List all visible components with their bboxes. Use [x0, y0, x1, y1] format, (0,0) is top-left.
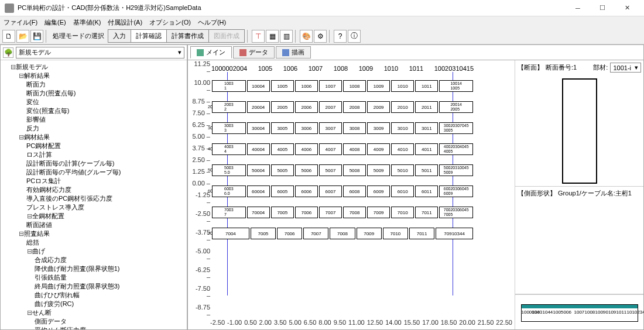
tree-item[interactable]: 断面力(照査点毎) — [26, 89, 186, 98]
y-axis: 11.25 –10.00 –8.75 –7.50 –6.25 –5.00 –3.… — [190, 60, 210, 318]
app-icon — [5, 4, 14, 13]
tool-gear-icon[interactable]: ⚙ — [314, 30, 327, 43]
tree-item[interactable]: 断面諸値 — [26, 221, 186, 229]
open-button[interactable]: 📂 — [16, 30, 29, 43]
toolbar: 🗋 📂 💾 処理モードの選択 入力 計算確認 計算書作成 図面作成 ⊤ ▦ ▥ … — [0, 28, 644, 44]
section-id: 断面番号:1 — [546, 63, 577, 72]
data-icon — [239, 49, 246, 56]
tree-item[interactable]: 合成応力度 — [35, 256, 186, 264]
menubar: ファイル(F) 編集(E) 基準値(K) 付属設計(A) オプション(O) ヘル… — [0, 16, 644, 28]
close-button[interactable]: ✕ — [615, 0, 639, 16]
right-panel: 【断面】 断面番号:1 部材: 1001-i▾ 【側面形状】 Group1/ケー… — [515, 60, 643, 329]
tool-grid-icon[interactable]: ▦ — [266, 30, 279, 43]
window-title: PC単純桁の設計・CAD(部分係数法・H29道示対応)SampleData — [18, 4, 566, 12]
new-button[interactable]: 🗋 — [2, 30, 15, 43]
tree-item[interactable]: 反力 — [26, 124, 186, 133]
chevron-down-icon: ▾ — [178, 49, 181, 56]
tab-draw[interactable]: 描画 — [276, 46, 311, 59]
tree-item[interactable]: 変位(照査点毎) — [26, 106, 186, 115]
tool-layer-icon[interactable]: ▥ — [280, 30, 293, 43]
tree-item[interactable]: 総括 — [26, 238, 186, 247]
tree-item[interactable]: 引張鉄筋量 — [35, 273, 186, 282]
save-button[interactable]: 💾 — [30, 30, 43, 43]
mode-group: 入力 計算確認 計算書作成 図面作成 — [108, 29, 245, 43]
tree-icon[interactable]: 🌳 — [3, 47, 13, 58]
info-icon[interactable]: ⓘ — [348, 30, 361, 43]
side-view: 1000034100310441005006100710081009010910… — [515, 294, 643, 329]
menu-std[interactable]: 基準値(K) — [73, 18, 101, 27]
tree-item[interactable]: ロス計算 — [26, 150, 186, 159]
main-icon — [197, 49, 204, 56]
tree-item[interactable]: 平均せん断応力度 — [35, 326, 186, 329]
mode-drawing: 図面作成 — [209, 30, 244, 42]
sidebar: 🌳 新規モデル▾ ⊟新規モデル ⊟解析結果 断面力 断面力(照査点毎) 変位 変… — [0, 44, 187, 330]
menu-edit[interactable]: 編集(E) — [44, 18, 66, 27]
tab-data[interactable]: データ — [233, 46, 275, 59]
mode-confirm[interactable]: 計算確認 — [131, 30, 167, 42]
tree-item[interactable]: 断面力 — [26, 80, 186, 89]
tree-item[interactable]: プレストレス導入度 — [26, 203, 186, 212]
tree-item[interactable]: PC鋼材配置 — [26, 142, 186, 150]
tree-item[interactable]: 導入直後のPC鋼材引張応力度 — [26, 194, 186, 203]
mode-label: 処理モードの選択 — [53, 32, 104, 40]
tree-item[interactable]: 終局曲げ耐力照査(限界状態3) — [35, 282, 186, 291]
model-dropdown[interactable]: 新規モデル▾ — [16, 47, 184, 59]
tab-main[interactable]: メイン — [190, 46, 232, 59]
tree-item[interactable]: 影響値 — [26, 115, 186, 124]
side-label: 【側面形状】 — [518, 190, 556, 197]
member-label: 部材: — [593, 63, 608, 72]
help-icon[interactable]: ? — [334, 30, 347, 43]
menu-help[interactable]: ヘルプ(H) — [198, 18, 226, 27]
tabs: メイン データ 描画 — [188, 45, 643, 60]
maximize-button[interactable]: ☐ — [590, 0, 615, 16]
menu-option[interactable]: オプション(O) — [149, 18, 191, 27]
plot-canvas[interactable]: 11.25 –10.00 –8.75 –7.50 –6.25 –5.00 –3.… — [188, 60, 515, 329]
tree-item[interactable]: 側面データ — [35, 317, 186, 326]
menu-file[interactable]: ファイル(F) — [4, 18, 37, 27]
mode-input[interactable]: 入力 — [108, 30, 131, 42]
minimize-button[interactable]: ─ — [566, 0, 590, 16]
mode-report[interactable]: 計算書作成 — [167, 30, 209, 42]
tree-item[interactable]: 設計断面毎の計算(ケーブル毎) — [26, 159, 186, 168]
side-group: Group1/ケーブル名:主桁1 — [558, 190, 632, 197]
x-axis: -2.50-1.000.502.003.505.006.508.009.5011… — [210, 319, 512, 327]
tree-item[interactable]: 曲げ疲労(RC) — [35, 300, 186, 308]
section-label: 【断面】 — [518, 63, 543, 72]
section-box — [562, 78, 597, 184]
tree-item[interactable]: 有効鋼材応力度 — [26, 185, 186, 194]
member-select[interactable]: 1001-i▾ — [610, 63, 641, 73]
titlebar: PC単純桁の設計・CAD(部分係数法・H29道示対応)SampleData ─ … — [0, 0, 644, 16]
menu-attached[interactable]: 付属設計(A) — [108, 18, 142, 27]
tool-palette-icon[interactable]: 🎨 — [300, 30, 313, 43]
tool-align-icon[interactable]: ⊤ — [252, 30, 265, 43]
chevron-down-icon: ▾ — [635, 64, 638, 71]
plot-grid: 1000002004100510061007100810091010101110… — [211, 65, 474, 312]
draw-icon — [282, 49, 289, 56]
tree-view[interactable]: ⊟新規モデル ⊟解析結果 断面力 断面力(照査点毎) 変位 変位(照査点毎) 影… — [1, 60, 187, 329]
tree-item[interactable]: 降伏曲げ耐力照査(限界状態1) — [35, 264, 186, 273]
tree-item[interactable]: PCロス集計 — [26, 177, 186, 185]
tree-item[interactable]: 変位 — [26, 98, 186, 106]
tree-item[interactable]: 設計断面毎の平均値(グループ毎) — [26, 168, 186, 177]
tree-item[interactable]: 曲げひび割れ幅 — [35, 291, 186, 300]
